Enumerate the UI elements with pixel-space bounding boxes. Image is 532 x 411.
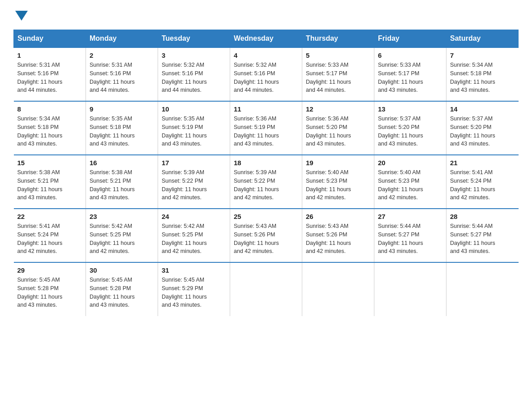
calendar-cell: 20 Sunrise: 5:40 AM Sunset: 5:23 PM Dayl… — [374, 155, 446, 209]
week-row-2: 8 Sunrise: 5:34 AM Sunset: 5:18 PM Dayli… — [14, 101, 519, 155]
weekday-header-sunday: Sunday — [14, 30, 86, 48]
day-info: Sunrise: 5:32 AM Sunset: 5:16 PM Dayligh… — [162, 61, 226, 94]
calendar-cell: 5 Sunrise: 5:33 AM Sunset: 5:17 PM Dayli… — [302, 47, 374, 101]
day-info: Sunrise: 5:40 AM Sunset: 5:23 PM Dayligh… — [306, 168, 370, 202]
weekday-header-saturday: Saturday — [446, 30, 519, 48]
day-number: 20 — [378, 159, 442, 167]
day-info: Sunrise: 5:44 AM Sunset: 5:27 PM Dayligh… — [450, 222, 515, 256]
day-info: Sunrise: 5:41 AM Sunset: 5:24 PM Dayligh… — [450, 168, 515, 202]
calendar-cell — [374, 262, 446, 316]
day-info: Sunrise: 5:39 AM Sunset: 5:22 PM Dayligh… — [162, 168, 226, 202]
day-info: Sunrise: 5:45 AM Sunset: 5:29 PM Dayligh… — [162, 276, 226, 309]
calendar-table: SundayMondayTuesdayWednesdayThursdayFrid… — [13, 30, 519, 316]
day-number: 29 — [17, 266, 82, 274]
day-info: Sunrise: 5:33 AM Sunset: 5:17 PM Dayligh… — [378, 61, 442, 94]
day-number: 10 — [162, 105, 226, 113]
day-number: 12 — [306, 105, 370, 113]
day-number: 8 — [17, 105, 82, 113]
day-number: 25 — [234, 213, 298, 220]
day-number: 28 — [450, 213, 515, 220]
day-number: 16 — [90, 159, 154, 167]
day-number: 13 — [378, 105, 442, 113]
day-info: Sunrise: 5:40 AM Sunset: 5:23 PM Dayligh… — [378, 168, 442, 202]
week-row-4: 22 Sunrise: 5:41 AM Sunset: 5:24 PM Dayl… — [14, 209, 519, 262]
day-number: 5 — [306, 51, 370, 59]
weekday-header-friday: Friday — [374, 30, 446, 48]
calendar-cell: 8 Sunrise: 5:34 AM Sunset: 5:18 PM Dayli… — [14, 101, 86, 155]
calendar-cell: 24 Sunrise: 5:42 AM Sunset: 5:25 PM Dayl… — [158, 209, 230, 262]
weekday-header-row: SundayMondayTuesdayWednesdayThursdayFrid… — [14, 30, 519, 48]
calendar-cell: 13 Sunrise: 5:37 AM Sunset: 5:20 PM Dayl… — [374, 101, 446, 155]
calendar-cell: 4 Sunrise: 5:32 AM Sunset: 5:16 PM Dayli… — [230, 47, 302, 101]
day-number: 2 — [90, 51, 154, 59]
calendar-cell: 26 Sunrise: 5:43 AM Sunset: 5:26 PM Dayl… — [302, 209, 374, 262]
calendar-cell: 9 Sunrise: 5:35 AM Sunset: 5:18 PM Dayli… — [86, 101, 158, 155]
calendar-cell: 10 Sunrise: 5:35 AM Sunset: 5:19 PM Dayl… — [158, 101, 230, 155]
day-number: 27 — [378, 213, 442, 220]
calendar-cell — [446, 262, 519, 316]
logo-arrow-icon — [15, 11, 28, 21]
day-info: Sunrise: 5:34 AM Sunset: 5:18 PM Dayligh… — [17, 115, 82, 148]
day-number: 4 — [234, 51, 298, 59]
calendar-cell: 17 Sunrise: 5:39 AM Sunset: 5:22 PM Dayl… — [158, 155, 230, 209]
weekday-header-tuesday: Tuesday — [158, 30, 230, 48]
calendar-cell: 25 Sunrise: 5:43 AM Sunset: 5:26 PM Dayl… — [230, 209, 302, 262]
week-row-5: 29 Sunrise: 5:45 AM Sunset: 5:28 PM Dayl… — [14, 262, 519, 316]
day-info: Sunrise: 5:36 AM Sunset: 5:20 PM Dayligh… — [306, 115, 370, 148]
calendar-cell: 18 Sunrise: 5:39 AM Sunset: 5:22 PM Dayl… — [230, 155, 302, 209]
day-info: Sunrise: 5:39 AM Sunset: 5:22 PM Dayligh… — [234, 168, 298, 202]
calendar-cell: 29 Sunrise: 5:45 AM Sunset: 5:28 PM Dayl… — [14, 262, 86, 316]
day-number: 1 — [17, 51, 82, 59]
weekday-header-monday: Monday — [86, 30, 158, 48]
week-row-1: 1 Sunrise: 5:31 AM Sunset: 5:16 PM Dayli… — [14, 47, 519, 101]
day-info: Sunrise: 5:37 AM Sunset: 5:20 PM Dayligh… — [450, 115, 515, 148]
day-number: 6 — [378, 51, 442, 59]
page-header — [13, 9, 519, 21]
weekday-header-wednesday: Wednesday — [230, 30, 302, 48]
calendar-cell: 27 Sunrise: 5:44 AM Sunset: 5:27 PM Dayl… — [374, 209, 446, 262]
day-info: Sunrise: 5:45 AM Sunset: 5:28 PM Dayligh… — [17, 276, 82, 309]
day-info: Sunrise: 5:45 AM Sunset: 5:28 PM Dayligh… — [90, 276, 154, 309]
calendar-header: SundayMondayTuesdayWednesdayThursdayFrid… — [14, 30, 519, 48]
day-info: Sunrise: 5:44 AM Sunset: 5:27 PM Dayligh… — [378, 222, 442, 256]
calendar-cell: 6 Sunrise: 5:33 AM Sunset: 5:17 PM Dayli… — [374, 47, 446, 101]
day-info: Sunrise: 5:42 AM Sunset: 5:25 PM Dayligh… — [90, 222, 154, 256]
day-number: 21 — [450, 159, 515, 167]
calendar-cell: 23 Sunrise: 5:42 AM Sunset: 5:25 PM Dayl… — [86, 209, 158, 262]
weekday-header-thursday: Thursday — [302, 30, 374, 48]
calendar-cell: 31 Sunrise: 5:45 AM Sunset: 5:29 PM Dayl… — [158, 262, 230, 316]
day-number: 31 — [162, 266, 226, 274]
calendar-cell: 19 Sunrise: 5:40 AM Sunset: 5:23 PM Dayl… — [302, 155, 374, 209]
day-number: 7 — [450, 51, 515, 59]
day-number: 23 — [90, 213, 154, 220]
day-info: Sunrise: 5:31 AM Sunset: 5:16 PM Dayligh… — [90, 61, 154, 94]
day-info: Sunrise: 5:41 AM Sunset: 5:24 PM Dayligh… — [17, 222, 82, 256]
day-number: 26 — [306, 213, 370, 220]
day-number: 3 — [162, 51, 226, 59]
day-info: Sunrise: 5:34 AM Sunset: 5:18 PM Dayligh… — [450, 61, 515, 94]
day-number: 15 — [17, 159, 82, 167]
day-number: 18 — [234, 159, 298, 167]
day-info: Sunrise: 5:37 AM Sunset: 5:20 PM Dayligh… — [378, 115, 442, 148]
day-info: Sunrise: 5:31 AM Sunset: 5:16 PM Dayligh… — [17, 61, 82, 94]
calendar-cell: 7 Sunrise: 5:34 AM Sunset: 5:18 PM Dayli… — [446, 47, 519, 101]
day-info: Sunrise: 5:38 AM Sunset: 5:21 PM Dayligh… — [90, 168, 154, 202]
day-number: 24 — [162, 213, 226, 220]
logo — [13, 9, 28, 21]
day-number: 19 — [306, 159, 370, 167]
calendar-cell: 16 Sunrise: 5:38 AM Sunset: 5:21 PM Dayl… — [86, 155, 158, 209]
day-number: 22 — [17, 213, 82, 220]
calendar-cell: 2 Sunrise: 5:31 AM Sunset: 5:16 PM Dayli… — [86, 47, 158, 101]
calendar-body: 1 Sunrise: 5:31 AM Sunset: 5:16 PM Dayli… — [14, 47, 519, 316]
calendar-cell: 28 Sunrise: 5:44 AM Sunset: 5:27 PM Dayl… — [446, 209, 519, 262]
calendar-cell: 12 Sunrise: 5:36 AM Sunset: 5:20 PM Dayl… — [302, 101, 374, 155]
calendar-cell — [230, 262, 302, 316]
calendar-cell: 14 Sunrise: 5:37 AM Sunset: 5:20 PM Dayl… — [446, 101, 519, 155]
day-info: Sunrise: 5:42 AM Sunset: 5:25 PM Dayligh… — [162, 222, 226, 256]
calendar-cell: 22 Sunrise: 5:41 AM Sunset: 5:24 PM Dayl… — [14, 209, 86, 262]
calendar-cell — [302, 262, 374, 316]
calendar-cell: 3 Sunrise: 5:32 AM Sunset: 5:16 PM Dayli… — [158, 47, 230, 101]
day-number: 30 — [90, 266, 154, 274]
day-number: 14 — [450, 105, 515, 113]
calendar-cell: 11 Sunrise: 5:36 AM Sunset: 5:19 PM Dayl… — [230, 101, 302, 155]
